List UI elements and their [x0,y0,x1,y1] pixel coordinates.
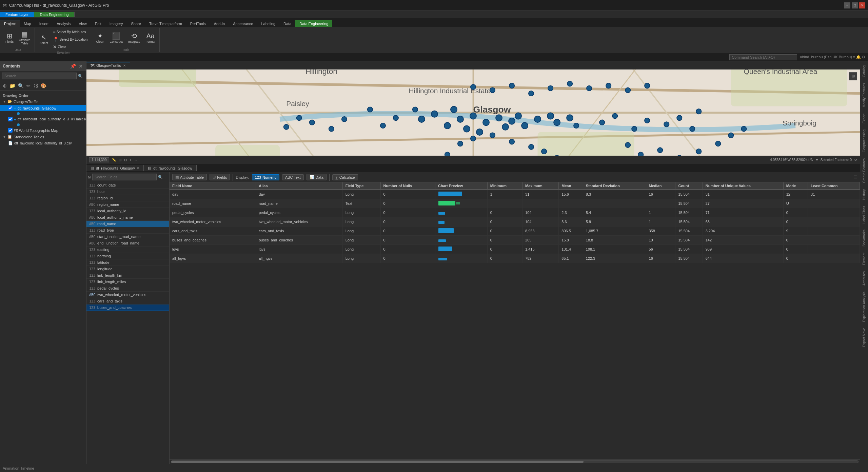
field-latitude[interactable]: 123 latitude [86,259,169,266]
tab-traveltime[interactable]: TravelTime platform [145,20,186,27]
col-min[interactable]: Minimum [487,182,522,190]
field-road-name[interactable]: ABC road_name [86,221,169,227]
col-unique[interactable]: Number of Unique Values [703,182,783,190]
scale-value[interactable]: 1:114,399 [89,157,109,162]
label-class-tab[interactable]: Label Class [861,203,867,226]
col-max[interactable]: Maximum [522,182,559,190]
col-field-name[interactable]: Field Name [170,182,256,190]
col-count[interactable]: Count [675,182,703,190]
tab-perftools[interactable]: PerfTools [186,20,210,27]
pin-button[interactable]: 📌 [70,63,77,70]
clean-button[interactable]: ✦ Clean [94,32,106,44]
field-region-name[interactable]: ABC region_name [86,201,169,208]
add-layer-button[interactable]: ⊕ [2,82,7,89]
fields-menu-icon[interactable]: ⋮ [164,175,168,179]
format-button[interactable]: Aa Format [143,32,157,44]
create-features-tab[interactable]: Create Features [861,156,867,185]
attribute-table-button2[interactable]: ▤ Attribute Table [172,174,207,180]
col-mode[interactable]: Mode [783,182,808,190]
text-button[interactable]: ABC Text [282,174,304,180]
tab-appearance[interactable]: Appearance [229,20,257,27]
field-longitude[interactable]: 123 longitude [86,266,169,272]
tab-insert[interactable]: Insert [35,20,53,27]
tab-map[interactable]: Map [20,20,35,27]
color-button[interactable]: 🎨 [40,82,47,89]
sidebar-item-standalone[interactable]: ▼ 📋 Standalone Tables [0,134,86,140]
coords-expand[interactable]: ▾ [816,158,818,162]
field-start-junction[interactable]: ABC start_junction_road_name [86,234,169,240]
col-least-common[interactable]: Least Common [808,182,860,190]
col-nulls[interactable]: Number of Nulls [380,182,435,190]
tab-addin[interactable]: Add-In [210,20,229,27]
field-count-date[interactable]: 123 count_date [86,182,169,189]
attr-tab-close1[interactable]: ✕ [137,166,139,170]
attribute-table-button[interactable]: ▤ AttributeTable [17,30,33,46]
exploration-analysis-tab[interactable]: Exploration Analysis [861,289,867,325]
tab-data[interactable]: Data [279,20,295,27]
field-link-length-km[interactable]: 123 link_length_km [86,272,169,279]
sidebar-item-dt-rawcounts[interactable]: ● dt_rawcounts_Glasgow [0,105,86,111]
sidebar-item-glasgowtraffic[interactable]: ▼ 📂 GlasgowTraffic [0,98,86,105]
map-canvas[interactable]: Glasgow Airport Hillington Paisley Hilli… [86,70,860,156]
fields-button[interactable]: ⊞ Fields [3,32,16,44]
geoprocessing-tab[interactable]: Geoprocessing [861,127,867,155]
field-cars-taxis[interactable]: 123 cars_and_taxis [86,298,169,304]
history-tab[interactable]: History [861,186,867,202]
attr-tab-rawcounts1[interactable]: ▤ dt_rawcounts_Glasgow ✕ [86,165,144,171]
export-move-tab[interactable]: Export Move [861,325,867,350]
element-tab[interactable]: Element [861,250,867,268]
field-pedal-cycles[interactable]: 123 pedal_cycles [86,285,169,292]
catalog-tab[interactable]: Catalog [861,63,867,80]
tab-data-engineering[interactable]: Data Engineering [295,20,332,27]
data-button[interactable]: 📊 Data [307,174,327,180]
sidebar-item-csv[interactable]: 📄 dft_rawcount_local_authority_id_3.csv [0,140,86,146]
dft-rawcount-checkbox[interactable] [8,117,13,121]
construct-button[interactable]: ⬛ Construct [107,32,125,44]
feature-layer-tab[interactable]: Feature Layer [0,12,34,17]
tab-analysis[interactable]: Analysis [53,20,75,27]
tab-project[interactable]: Project [0,20,20,27]
col-chart[interactable]: Chart Preview [435,182,488,190]
col-median[interactable]: Median [646,182,675,190]
map-tab-close[interactable]: ✕ [123,64,126,67]
modify-features-tab[interactable]: Modify Features [861,80,867,110]
horizontal-scrollbar[interactable] [171,460,859,463]
field-local-authority-name[interactable]: ABC local_authority_name [86,214,169,221]
tab-edit[interactable]: Edit [91,20,105,27]
field-buses-coaches[interactable]: 123 buses_and_coaches [86,304,169,311]
col-alias[interactable]: Alias [256,182,343,190]
restore-button[interactable]: □ [852,2,858,8]
group-layers-button[interactable]: 📁 [9,82,16,89]
link-button[interactable]: ⛓ [33,82,39,89]
export-tab[interactable]: Export [861,111,867,126]
field-local-authority-id[interactable]: 123 local_authority_id [86,208,169,214]
tab-imagery[interactable]: Imagery [105,20,127,27]
bookmarks-tab[interactable]: Bookmarks [861,227,867,249]
col-field-type[interactable]: Field Type [342,182,380,190]
field-region-id[interactable]: 123 region_id [86,195,169,201]
map-zoom-controls[interactable]: ⊞ [849,72,857,80]
tab-share[interactable]: Share [127,20,145,27]
field-two-wheeled[interactable]: ABC two_wheeled_motor_vehicles [86,292,169,298]
table-menu-icon[interactable]: ☰ [854,175,857,179]
select-by-location-button[interactable]: 📍 Select By Location [52,36,89,43]
numeric-button[interactable]: 123 Numeric [252,174,279,180]
world-topo-checkbox[interactable] [8,128,13,133]
draw-button[interactable]: ✏ [26,82,31,89]
field-easting[interactable]: 123 easting [86,247,169,253]
close-button[interactable]: ✕ [859,2,865,8]
fields-search-input[interactable] [92,174,157,180]
fields-button2[interactable]: ⊞ Fields [210,174,230,180]
col-mean[interactable]: Mean [559,182,583,190]
sidebar-close-button[interactable]: ✕ [78,63,83,70]
field-end-junction[interactable]: ABC end_junction_road_name [86,240,169,247]
minimize-button[interactable]: − [844,2,850,8]
field-link-length-miles[interactable]: 123 link_length_miles [86,279,169,285]
tab-view[interactable]: View [75,20,91,27]
refresh-icon[interactable]: ⟳ [854,158,857,162]
data-engineering-tab[interactable]: Data Engineering [34,12,74,17]
integrate-button[interactable]: ⟲ Integrate [126,32,142,44]
map-tab-glasgowtraffic[interactable]: 🗺 GlasgowTraffic ✕ [86,62,130,68]
clear-button[interactable]: ✕ Clear [52,43,89,50]
attributes-tab[interactable]: Attributes [861,269,867,288]
